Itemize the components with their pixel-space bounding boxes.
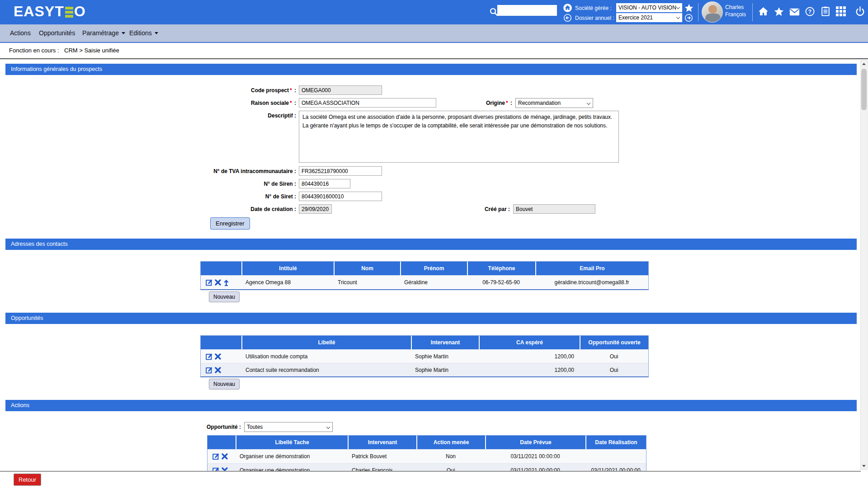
- col-action-menee: Action menée: [416, 436, 485, 449]
- favorite-star-icon[interactable]: [684, 4, 693, 12]
- contacts-table-header: Intitulé Nom Prénom Téléphone Email Pro: [201, 262, 648, 275]
- back-button[interactable]: Retour: [14, 474, 41, 486]
- mail-icon[interactable]: [789, 8, 800, 16]
- tva-label: N° de TVA intracommunautaire :: [5, 166, 296, 176]
- new-contact-button[interactable]: Nouveau: [209, 291, 240, 302]
- opportunite-filter-select[interactable]: Toutes: [244, 422, 333, 432]
- chevron-down-icon: [587, 101, 590, 105]
- app-logo: EASYTO: [14, 3, 86, 20]
- table-row: Organiser une démonstration Charles Fran…: [208, 463, 646, 471]
- actions-table: Libellé Tache Intervenant Action menée D…: [207, 435, 646, 471]
- cell-libelle: Contact suite recommandation: [241, 363, 411, 376]
- dossier-select[interactable]: Exercice 2021: [616, 13, 682, 22]
- delete-icon[interactable]: [215, 367, 221, 373]
- breadcrumb: Fonction en cours : CRM > Saisie unifiée: [0, 43, 868, 59]
- search-icon: [489, 7, 498, 16]
- caret-down-icon: [122, 32, 125, 34]
- vertical-scrollbar[interactable]: [860, 60, 868, 470]
- cell-ca-espere: 1200,00: [479, 350, 580, 363]
- col-date-realisation: Date Réalisation: [585, 436, 646, 449]
- col-libelle-tache: Libellé Tache: [236, 436, 348, 449]
- header-divider: [698, 3, 698, 21]
- menu-item-parametrage[interactable]: Paramétrage: [82, 24, 125, 42]
- dossier-label: Dossier annuel :: [575, 15, 614, 21]
- origine-select[interactable]: Recommandation: [515, 98, 593, 108]
- home-icon[interactable]: [758, 6, 769, 16]
- section-info-header: Informations générales du prospects: [5, 64, 857, 75]
- upload-icon[interactable]: [223, 279, 230, 286]
- delete-icon[interactable]: [215, 353, 221, 360]
- date-creation-field: [299, 204, 332, 214]
- help-icon[interactable]: ?: [805, 7, 815, 16]
- delete-icon[interactable]: [222, 467, 228, 471]
- section-actions-header: Actions: [5, 400, 857, 411]
- col-ca-espere: CA espéré: [479, 336, 580, 349]
- cell-opportunite-ouverte: Oui: [580, 363, 648, 376]
- menu-item-opportunites[interactable]: Opportunités: [39, 24, 75, 42]
- menu-item-editions[interactable]: Editions: [129, 24, 158, 42]
- edit-icon[interactable]: [212, 467, 220, 471]
- company-select[interactable]: VISION - AUTO VISION: [616, 3, 682, 12]
- siret-field[interactable]: [299, 192, 382, 201]
- raison-sociale-label: Raison sociale* :: [5, 98, 296, 108]
- avatar[interactable]: [702, 1, 723, 23]
- edit-icon[interactable]: [206, 366, 213, 374]
- col-intervenant: Intervenant: [348, 436, 416, 449]
- siren-field[interactable]: [299, 179, 350, 188]
- scroll-up-button[interactable]: [861, 61, 867, 67]
- scrollbar-thumb[interactable]: [861, 69, 867, 110]
- table-row: Contact suite recommandation Sophie Mart…: [201, 363, 648, 376]
- company-label: Société gérée :: [575, 5, 612, 11]
- cree-par-label: Créé par :: [443, 204, 510, 214]
- logo-text-left: EASYT: [14, 3, 64, 20]
- section-contacts-header: Adresses des contacts: [5, 239, 857, 250]
- save-button[interactable]: Enregistrer: [210, 217, 250, 230]
- cell-opportunite-ouverte: Oui: [580, 350, 648, 363]
- tva-field[interactable]: [299, 166, 382, 176]
- dossier-back-icon[interactable]: [563, 14, 572, 22]
- dossier-go-icon[interactable]: [684, 14, 693, 22]
- menu-item-actions[interactable]: Actions: [10, 24, 31, 42]
- contacts-table: Intitulé Nom Prénom Téléphone Email Pro …: [200, 261, 649, 290]
- cell-action-menee: Oui: [416, 464, 485, 471]
- apps-grid-icon[interactable]: [836, 6, 846, 16]
- cell-libelle-tache: Organiser une démonstration: [236, 464, 348, 471]
- col-intervenant: Intervenant: [411, 336, 479, 349]
- cell-intervenant: Patrick Bouvet: [348, 450, 416, 463]
- scroll-down-button[interactable]: [861, 463, 867, 469]
- code-prospect-label: Code prospect* :: [5, 85, 296, 95]
- delete-icon[interactable]: [215, 279, 221, 286]
- descriptif-label: Descriptif :: [5, 111, 296, 121]
- cell-intitule: Agence Omega 88: [241, 276, 334, 289]
- date-creation-label: Date de création :: [5, 204, 296, 214]
- cell-prenom: Géraldine: [400, 276, 467, 289]
- star-icon[interactable]: [774, 7, 784, 16]
- cell-libelle-tache: Organiser une démonstration: [236, 450, 348, 463]
- origine-label: Origine* :: [443, 98, 512, 108]
- edit-icon[interactable]: [206, 353, 213, 360]
- chevron-down-icon: [676, 15, 680, 19]
- code-prospect-field: [299, 85, 382, 95]
- main-menu: Actions Opportunités Paramétrage Edition…: [0, 24, 868, 43]
- descriptif-field[interactable]: La société Omega est une association d'a…: [299, 111, 619, 163]
- table-row: Organiser une démonstration Patrick Bouv…: [208, 449, 646, 463]
- content-frame: Informations générales du prospects Code…: [0, 59, 868, 471]
- company-home-icon[interactable]: [563, 3, 572, 13]
- col-telephone: Téléphone: [467, 262, 535, 275]
- power-icon[interactable]: [855, 6, 865, 16]
- edit-icon[interactable]: [206, 279, 213, 286]
- raison-sociale-field[interactable]: [299, 98, 436, 108]
- clipboard-icon[interactable]: [821, 6, 830, 16]
- new-opportunity-button[interactable]: Nouveau: [209, 379, 240, 389]
- header-divider: [752, 3, 753, 21]
- section-opportunites-header: Opportunités: [5, 313, 857, 324]
- opportunites-table-header: Libellé Intervenant CA espéré Opportunit…: [201, 336, 648, 349]
- cell-nom: Tricount: [334, 276, 400, 289]
- search-input[interactable]: [497, 5, 557, 16]
- edit-icon[interactable]: [212, 453, 220, 460]
- cell-telephone: 06-79-52-65-90: [467, 276, 535, 289]
- cell-libelle: Utilisation module compta: [241, 350, 411, 363]
- col-prenom: Prénom: [400, 262, 467, 275]
- actions-table-header: Libellé Tache Intervenant Action menée D…: [208, 436, 646, 449]
- delete-icon[interactable]: [222, 453, 228, 460]
